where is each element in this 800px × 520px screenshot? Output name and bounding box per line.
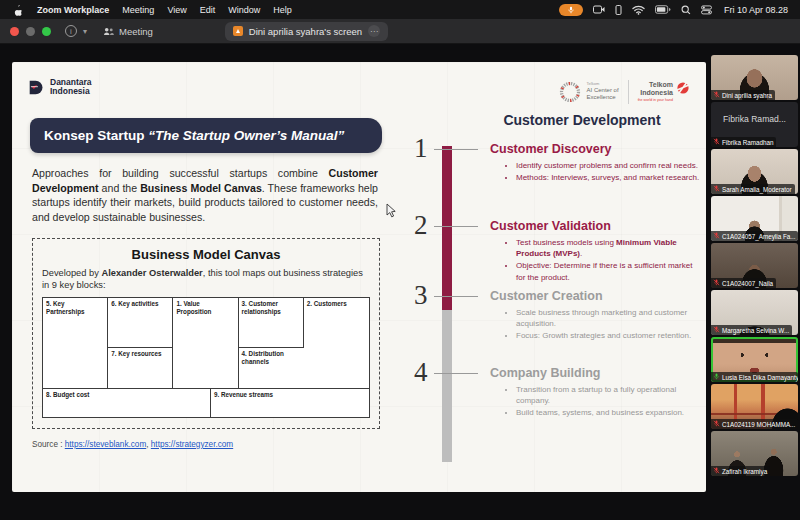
menu-item-window[interactable]: Window xyxy=(228,5,260,15)
bmc-title: Business Model Canvas xyxy=(42,247,370,262)
logo-divider xyxy=(628,80,629,104)
muted-mic-icon xyxy=(713,232,720,240)
participant-name: Lusia Elsa Dika Damayanty xyxy=(722,374,798,381)
step-bullet: Test business models using Minimum Viabl… xyxy=(516,237,702,259)
muted-mic-icon xyxy=(713,467,720,475)
cd-step-1: 1Customer DiscoveryIdentify customer pro… xyxy=(410,142,702,219)
participant-tile[interactable]: Margaretha Selvina W... xyxy=(711,290,798,335)
zoom-window-titlebar: i ▾ Meeting Dini aprilia syahra's screen… xyxy=(0,19,800,44)
slide-title-banner: Konsep Startup “The Startup Owner’s Manu… xyxy=(30,118,382,153)
battery-icon[interactable] xyxy=(655,5,671,14)
bmc-cell-distribution-channels: 4. Distribution channels xyxy=(239,348,304,388)
participant-name-label: C1A024007_Naila xyxy=(711,278,776,288)
participant-tile[interactable]: Zafirah Ikramiya xyxy=(711,431,798,476)
menu-item-help[interactable]: Help xyxy=(273,5,292,15)
tab-meeting[interactable]: Meeting xyxy=(103,26,153,37)
step-title: Customer Discovery xyxy=(490,142,702,156)
participant-name: Dini aprilia syahra xyxy=(722,92,772,99)
participant-name-label: Dini aprilia syahra xyxy=(711,90,775,100)
business-model-canvas-box: Business Model Canvas Developed by Alexa… xyxy=(32,238,380,429)
danantara-logo-icon xyxy=(28,79,45,96)
step-number: 4 xyxy=(414,357,428,388)
camera-status-icon[interactable] xyxy=(593,5,605,14)
minimize-window-button[interactable] xyxy=(26,27,35,36)
menubar-clock[interactable]: Fri 10 Apr 08.28 xyxy=(724,5,788,15)
participant-name: C1A024007_Naila xyxy=(722,280,773,287)
source-link-strategyzer[interactable]: https://strategyzer.com xyxy=(151,440,233,449)
telkom-tagline: the world in your hand xyxy=(638,98,673,102)
step-bullet: Scale business through marketing and cus… xyxy=(516,307,702,329)
participant-tile[interactable]: Lusia Elsa Dika Damayanty xyxy=(711,337,798,382)
step-connector xyxy=(434,373,478,374)
close-window-button[interactable] xyxy=(10,27,19,36)
step-title: Customer Validation xyxy=(490,219,702,233)
muted-mic-icon xyxy=(713,185,720,193)
muted-mic-icon xyxy=(713,91,720,99)
step-number: 3 xyxy=(414,280,428,311)
participant-name-label: Sarah Amalia_Moderator xyxy=(711,184,795,194)
bmc-cell-key-resources: 7. Key resources xyxy=(108,348,173,388)
bmc-cell-key-activities: 6. Key activities xyxy=(108,298,173,348)
apple-logo-icon[interactable] xyxy=(12,4,23,16)
shared-screen-slide: DanantaraIndonesia Telkom AI Center of E… xyxy=(12,62,706,492)
bmc-table: 5. Key Partnerships 6. Key activities 1.… xyxy=(42,297,370,388)
muted-mic-icon xyxy=(713,279,720,287)
step-bullet: Identify customer problems and confirm r… xyxy=(516,160,702,171)
aicoe-logo-text: Telkom AI Center of Excellence xyxy=(587,82,619,101)
source-link-steveblank[interactable]: https://steveblank.com xyxy=(65,440,146,449)
participants-sidebar: Dini aprilia syahraFibrika Ramad...Fibri… xyxy=(711,55,798,476)
mouse-cursor xyxy=(386,203,397,222)
participant-tile[interactable]: C1A024119 MOHAMMA... xyxy=(711,384,798,429)
step-bullets: Test business models using Minimum Viabl… xyxy=(490,237,702,283)
step-bullets: Transition from a startup to a fully ope… xyxy=(490,384,702,419)
fullscreen-window-button[interactable] xyxy=(42,27,51,36)
wifi-icon[interactable] xyxy=(632,5,645,15)
participant-name-label: Zafirah Ikramiya xyxy=(711,466,770,476)
danantara-logo-text: DanantaraIndonesia xyxy=(50,78,92,96)
search-icon[interactable] xyxy=(681,5,691,15)
window-controls xyxy=(10,27,51,36)
participant-name-label: C1A024057_Ameylia Fa... xyxy=(711,231,798,241)
step-bullet: Transition from a startup to a fully ope… xyxy=(516,384,702,406)
participant-tile[interactable]: Fibrika Ramad...Fibrika Ramadhan xyxy=(711,102,798,147)
bmc-cell-revenue-streams: 9. Revenue streams xyxy=(211,389,369,417)
cd-step-3: 3Customer CreationScale business through… xyxy=(410,289,702,366)
bmc-cell-budget-cost: 8. Budget cost xyxy=(43,389,211,417)
participant-tile[interactable]: C1A024007_Naila xyxy=(711,243,798,288)
participant-tile[interactable]: C1A024057_Ameylia Fa... xyxy=(711,196,798,241)
display-status-icon[interactable] xyxy=(615,5,622,15)
menu-item-meeting[interactable]: Meeting xyxy=(122,5,154,15)
step-bullet: Build teams, systems, and business expan… xyxy=(516,407,702,418)
participant-tile[interactable]: Sarah Amalia_Moderator xyxy=(711,149,798,194)
macos-menubar: Zoom Workplace MeetingViewEditWindowHelp… xyxy=(0,0,800,19)
bmc-cell-value-proposition: 1. Value Proposition xyxy=(173,298,238,388)
participant-name-label: Margaretha Selvina W... xyxy=(711,325,792,335)
telkom-logo-text: Telkom Indonesia the world in your hand xyxy=(638,81,673,102)
mic-in-use-indicator[interactable] xyxy=(559,4,583,16)
chevron-down-icon[interactable]: ▾ xyxy=(83,27,87,36)
tab-options-icon[interactable]: ⋯ xyxy=(368,25,380,37)
meeting-info-icon[interactable]: i xyxy=(65,25,77,37)
menu-item-edit[interactable]: Edit xyxy=(200,5,216,15)
step-bullet: Objective: Determine if there is a suffi… xyxy=(516,260,702,282)
bmc-cell-customer-relationships: 3. Customer relationships xyxy=(239,298,304,348)
bmc-cell-customers: 2. Customers xyxy=(304,298,369,388)
step-connector xyxy=(434,296,478,297)
participant-tile[interactable]: Dini aprilia syahra xyxy=(711,55,798,100)
customer-development-timeline: 1Customer DiscoveryIdentify customer pro… xyxy=(410,142,702,436)
step-number: 2 xyxy=(414,210,428,241)
menu-item-view[interactable]: View xyxy=(167,5,186,15)
aicoe-ring-icon xyxy=(558,80,582,104)
step-bullet: Methods: Interviews, surveys, and market… xyxy=(516,172,702,183)
step-bullets: Scale business through marketing and cus… xyxy=(490,307,702,342)
control-center-icon[interactable] xyxy=(701,5,712,15)
participant-name: C1A024057_Ameylia Fa... xyxy=(722,233,796,240)
tab-shared-screen-label: Dini aprilia syahra's screen xyxy=(249,26,362,37)
participant-name: Zafirah Ikramiya xyxy=(722,468,767,475)
step-bullets: Identify customer problems and confirm r… xyxy=(490,160,702,183)
muted-mic-icon xyxy=(713,420,720,428)
menu-app-name[interactable]: Zoom Workplace xyxy=(37,5,109,15)
tab-shared-screen[interactable]: Dini aprilia syahra's screen ⋯ xyxy=(225,22,388,41)
step-connector xyxy=(434,149,478,150)
partner-logos: Telkom AI Center of Excellence Telkom In… xyxy=(558,80,690,104)
